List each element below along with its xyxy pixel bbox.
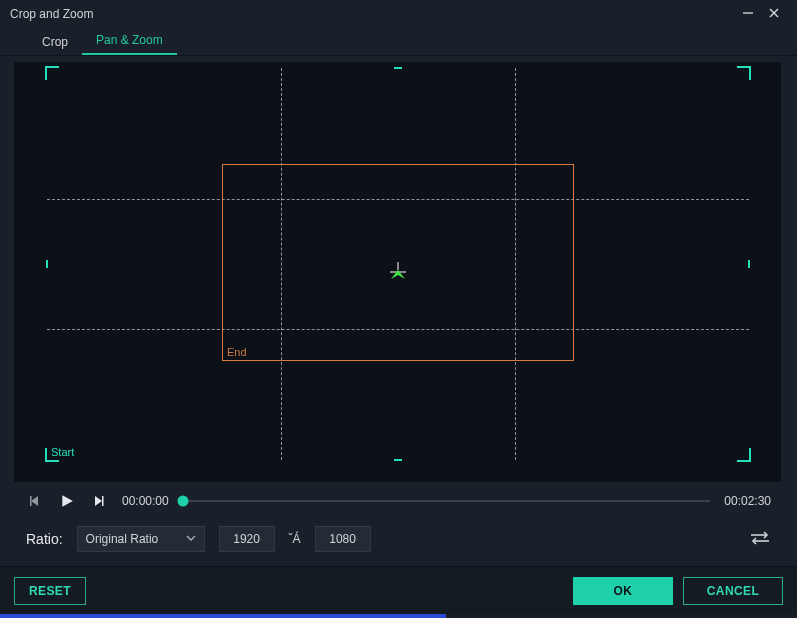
bottom-progress-bar (0, 614, 446, 618)
svg-rect-7 (30, 496, 32, 506)
time-total: 00:02:30 (724, 494, 771, 508)
width-input[interactable]: 1920 (219, 526, 275, 552)
seek-knob[interactable] (177, 496, 188, 507)
minimize-button[interactable] (735, 7, 761, 22)
tab-pan-zoom[interactable]: Pan & Zoom (82, 27, 177, 55)
title-bar: Crop and Zoom (0, 0, 797, 28)
footer: RESET OK CANCEL (0, 566, 797, 615)
center-crosshair-icon (387, 261, 409, 283)
reset-button[interactable]: RESET (14, 577, 86, 605)
end-frame-label: End (227, 346, 247, 358)
ratio-select[interactable]: Original Ratio (77, 526, 205, 552)
ratio-select-value: Original Ratio (86, 532, 159, 546)
preview-stage[interactable]: Start End (14, 62, 781, 482)
cancel-button[interactable]: CANCEL (683, 577, 783, 605)
next-frame-button[interactable] (90, 492, 108, 510)
tab-bar: Crop Pan & Zoom (0, 28, 797, 56)
height-input[interactable]: 1080 (315, 526, 371, 552)
chevron-down-icon (186, 532, 196, 546)
time-current: 00:00:00 (122, 494, 169, 508)
svg-marker-5 (391, 270, 405, 279)
svg-rect-10 (102, 496, 104, 506)
swap-frames-button[interactable] (749, 531, 771, 547)
play-button[interactable] (58, 492, 76, 510)
svg-marker-6 (31, 496, 38, 506)
ratio-label: Ratio: (26, 531, 63, 547)
ok-button[interactable]: OK (573, 577, 673, 605)
svg-marker-8 (62, 495, 73, 507)
close-button[interactable] (761, 7, 787, 22)
svg-marker-9 (95, 496, 102, 506)
tab-crop[interactable]: Crop (28, 29, 82, 55)
prev-frame-button[interactable] (26, 492, 44, 510)
seek-slider[interactable] (183, 494, 711, 508)
dimension-separator: ˇÁ (289, 532, 301, 546)
start-frame-label: Start (51, 446, 74, 458)
settings-row: Ratio: Original Ratio 1920 ˇÁ 1080 (0, 518, 797, 566)
transport-bar: 00:00:00 00:02:30 (0, 482, 797, 518)
window-title: Crop and Zoom (10, 7, 93, 21)
